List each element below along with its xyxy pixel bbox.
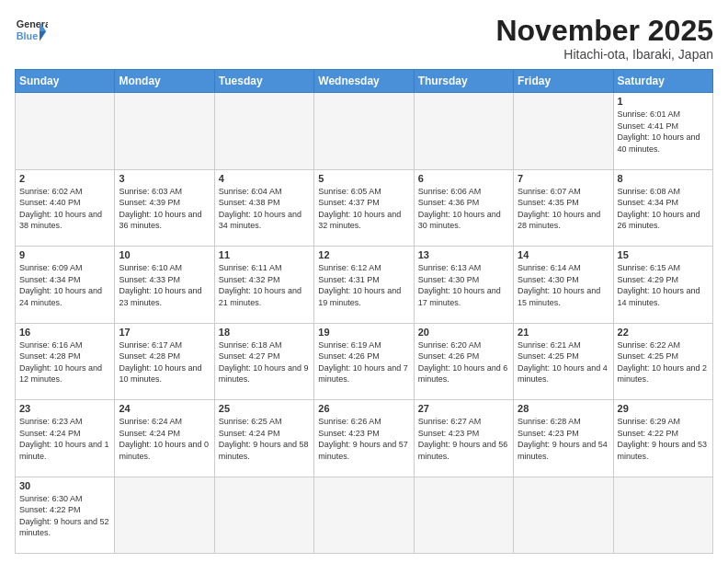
table-row: 6Sunrise: 6:06 AM Sunset: 4:36 PM Daylig… bbox=[414, 169, 513, 246]
day-number: 22 bbox=[618, 327, 709, 338]
col-sunday: Sunday bbox=[16, 70, 115, 93]
day-number: 21 bbox=[518, 327, 609, 338]
day-info: Sunrise: 6:28 AM Sunset: 4:23 PM Dayligh… bbox=[518, 416, 609, 462]
col-friday: Friday bbox=[514, 70, 613, 93]
table-row: 15Sunrise: 6:15 AM Sunset: 4:29 PM Dayli… bbox=[613, 247, 712, 323]
day-number: 28 bbox=[518, 403, 609, 414]
day-info: Sunrise: 6:02 AM Sunset: 4:40 PM Dayligh… bbox=[19, 186, 110, 232]
day-number: 1 bbox=[618, 96, 709, 107]
day-number: 10 bbox=[119, 249, 210, 260]
table-row: 10Sunrise: 6:10 AM Sunset: 4:33 PM Dayli… bbox=[115, 247, 214, 323]
day-info: Sunrise: 6:30 AM Sunset: 4:22 PM Dayligh… bbox=[19, 493, 110, 539]
table-row: 11Sunrise: 6:11 AM Sunset: 4:32 PM Dayli… bbox=[214, 247, 313, 323]
table-row bbox=[214, 477, 313, 553]
table-row bbox=[414, 477, 513, 553]
day-number: 17 bbox=[119, 327, 210, 338]
day-info: Sunrise: 6:13 AM Sunset: 4:30 PM Dayligh… bbox=[418, 262, 509, 308]
calendar-week-3: 16Sunrise: 6:16 AM Sunset: 4:28 PM Dayli… bbox=[16, 323, 713, 399]
month-title: November 2025 bbox=[495, 15, 713, 47]
day-info: Sunrise: 6:23 AM Sunset: 4:24 PM Dayligh… bbox=[19, 416, 110, 462]
day-number: 15 bbox=[618, 249, 709, 260]
day-number: 12 bbox=[318, 249, 409, 260]
day-number: 8 bbox=[618, 173, 709, 184]
day-number: 30 bbox=[19, 480, 110, 491]
day-info: Sunrise: 6:14 AM Sunset: 4:30 PM Dayligh… bbox=[518, 262, 609, 308]
header: General Blue November 2025 Hitachi-ota, … bbox=[15, 15, 713, 62]
day-info: Sunrise: 6:07 AM Sunset: 4:35 PM Dayligh… bbox=[518, 186, 609, 232]
col-monday: Monday bbox=[115, 70, 214, 93]
day-number: 3 bbox=[119, 173, 210, 184]
day-info: Sunrise: 6:04 AM Sunset: 4:38 PM Dayligh… bbox=[219, 186, 310, 232]
table-row: 13Sunrise: 6:13 AM Sunset: 4:30 PM Dayli… bbox=[414, 247, 513, 323]
day-info: Sunrise: 6:18 AM Sunset: 4:27 PM Dayligh… bbox=[219, 339, 310, 385]
day-number: 26 bbox=[318, 403, 409, 414]
col-thursday: Thursday bbox=[414, 70, 513, 93]
table-row: 21Sunrise: 6:21 AM Sunset: 4:25 PM Dayli… bbox=[514, 323, 613, 399]
day-info: Sunrise: 6:08 AM Sunset: 4:34 PM Dayligh… bbox=[618, 186, 709, 232]
table-row: 26Sunrise: 6:26 AM Sunset: 4:23 PM Dayli… bbox=[314, 400, 414, 477]
day-info: Sunrise: 6:11 AM Sunset: 4:32 PM Dayligh… bbox=[219, 262, 310, 308]
day-number: 14 bbox=[518, 249, 609, 260]
day-info: Sunrise: 6:10 AM Sunset: 4:33 PM Dayligh… bbox=[119, 262, 210, 308]
col-saturday: Saturday bbox=[613, 70, 712, 93]
table-row: 28Sunrise: 6:28 AM Sunset: 4:23 PM Dayli… bbox=[514, 400, 613, 477]
day-info: Sunrise: 6:22 AM Sunset: 4:25 PM Dayligh… bbox=[618, 339, 709, 385]
calendar-week-4: 23Sunrise: 6:23 AM Sunset: 4:24 PM Dayli… bbox=[16, 400, 713, 477]
calendar-week-1: 2Sunrise: 6:02 AM Sunset: 4:40 PM Daylig… bbox=[16, 169, 713, 246]
table-row: 16Sunrise: 6:16 AM Sunset: 4:28 PM Dayli… bbox=[16, 323, 115, 399]
table-row: 14Sunrise: 6:14 AM Sunset: 4:30 PM Dayli… bbox=[514, 247, 613, 323]
table-row bbox=[314, 477, 414, 553]
col-wednesday: Wednesday bbox=[314, 70, 414, 93]
day-info: Sunrise: 6:12 AM Sunset: 4:31 PM Dayligh… bbox=[318, 262, 409, 308]
table-row: 5Sunrise: 6:05 AM Sunset: 4:37 PM Daylig… bbox=[314, 169, 414, 246]
location: Hitachi-ota, Ibaraki, Japan bbox=[495, 47, 713, 62]
table-row: 2Sunrise: 6:02 AM Sunset: 4:40 PM Daylig… bbox=[16, 169, 115, 246]
day-number: 16 bbox=[19, 327, 110, 338]
table-row: 22Sunrise: 6:22 AM Sunset: 4:25 PM Dayli… bbox=[613, 323, 712, 399]
table-row bbox=[514, 93, 613, 169]
table-row: 20Sunrise: 6:20 AM Sunset: 4:26 PM Dayli… bbox=[414, 323, 513, 399]
day-number: 18 bbox=[219, 327, 310, 338]
header-row: Sunday Monday Tuesday Wednesday Thursday… bbox=[16, 70, 713, 93]
table-row: 17Sunrise: 6:17 AM Sunset: 4:28 PM Dayli… bbox=[115, 323, 214, 399]
day-number: 4 bbox=[219, 173, 310, 184]
day-number: 23 bbox=[19, 403, 110, 414]
table-row: 29Sunrise: 6:29 AM Sunset: 4:22 PM Dayli… bbox=[613, 400, 712, 477]
table-row bbox=[314, 93, 414, 169]
day-info: Sunrise: 6:29 AM Sunset: 4:22 PM Dayligh… bbox=[618, 416, 709, 462]
day-info: Sunrise: 6:24 AM Sunset: 4:24 PM Dayligh… bbox=[119, 416, 210, 462]
day-number: 2 bbox=[19, 173, 110, 184]
day-info: Sunrise: 6:19 AM Sunset: 4:26 PM Dayligh… bbox=[318, 339, 409, 385]
table-row bbox=[613, 477, 712, 553]
day-info: Sunrise: 6:26 AM Sunset: 4:23 PM Dayligh… bbox=[318, 416, 409, 462]
calendar-week-5: 30Sunrise: 6:30 AM Sunset: 4:22 PM Dayli… bbox=[16, 477, 713, 553]
table-row: 25Sunrise: 6:25 AM Sunset: 4:24 PM Dayli… bbox=[214, 400, 313, 477]
day-info: Sunrise: 6:16 AM Sunset: 4:28 PM Dayligh… bbox=[19, 339, 110, 385]
day-info: Sunrise: 6:09 AM Sunset: 4:34 PM Dayligh… bbox=[19, 262, 110, 308]
calendar: Sunday Monday Tuesday Wednesday Thursday… bbox=[15, 69, 713, 554]
svg-text:Blue: Blue bbox=[17, 30, 38, 41]
day-info: Sunrise: 6:03 AM Sunset: 4:39 PM Dayligh… bbox=[119, 186, 210, 232]
table-row: 30Sunrise: 6:30 AM Sunset: 4:22 PM Dayli… bbox=[16, 477, 115, 553]
table-row: 24Sunrise: 6:24 AM Sunset: 4:24 PM Dayli… bbox=[115, 400, 214, 477]
table-row: 7Sunrise: 6:07 AM Sunset: 4:35 PM Daylig… bbox=[514, 169, 613, 246]
table-row bbox=[414, 93, 513, 169]
table-row: 3Sunrise: 6:03 AM Sunset: 4:39 PM Daylig… bbox=[115, 169, 214, 246]
day-number: 25 bbox=[219, 403, 310, 414]
calendar-week-2: 9Sunrise: 6:09 AM Sunset: 4:34 PM Daylig… bbox=[16, 247, 713, 323]
table-row bbox=[115, 477, 214, 553]
day-info: Sunrise: 6:17 AM Sunset: 4:28 PM Dayligh… bbox=[119, 339, 210, 385]
day-number: 20 bbox=[418, 327, 509, 338]
day-number: 5 bbox=[318, 173, 409, 184]
table-row: 12Sunrise: 6:12 AM Sunset: 4:31 PM Dayli… bbox=[314, 247, 414, 323]
svg-marker-3 bbox=[40, 31, 46, 41]
table-row bbox=[214, 93, 313, 169]
day-number: 11 bbox=[219, 249, 310, 260]
table-row bbox=[514, 477, 613, 553]
table-row: 19Sunrise: 6:19 AM Sunset: 4:26 PM Dayli… bbox=[314, 323, 414, 399]
table-row: 1Sunrise: 6:01 AM Sunset: 4:41 PM Daylig… bbox=[613, 93, 712, 169]
title-area: November 2025 Hitachi-ota, Ibaraki, Japa… bbox=[495, 15, 713, 62]
col-tuesday: Tuesday bbox=[214, 70, 313, 93]
table-row: 27Sunrise: 6:27 AM Sunset: 4:23 PM Dayli… bbox=[414, 400, 513, 477]
day-number: 13 bbox=[418, 249, 509, 260]
